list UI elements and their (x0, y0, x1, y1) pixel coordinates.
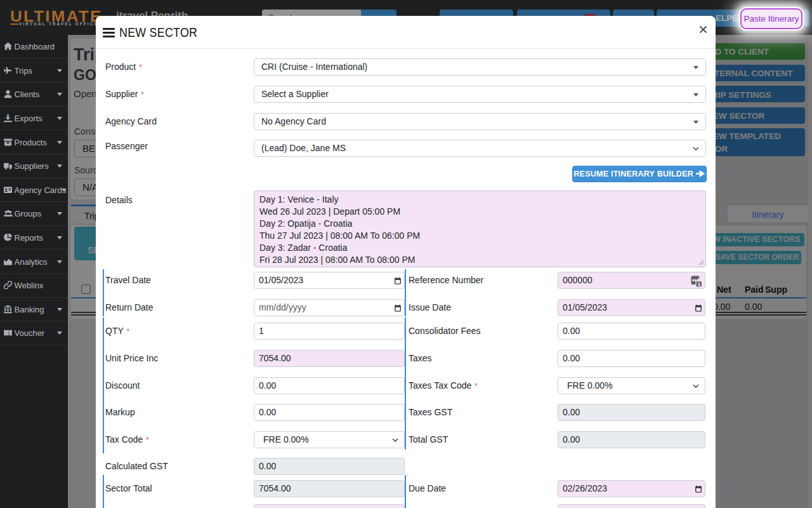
svg-text:1: 1 (697, 281, 700, 287)
